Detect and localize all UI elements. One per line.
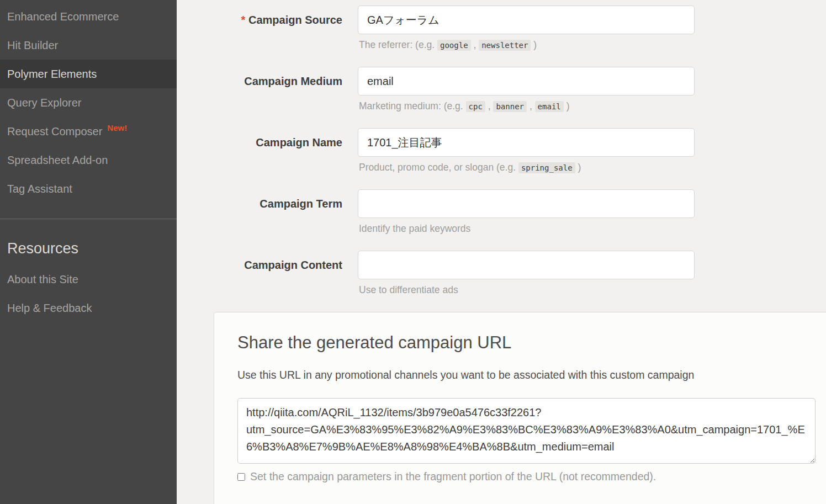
field-help: Product, promo code, or slogan (e.g. spr…: [359, 162, 695, 173]
nav-item-label: Query Explorer: [7, 97, 82, 109]
resources-nav: About this SiteHelp & Feedback: [0, 265, 177, 322]
field-column: Use to differentiate ads: [358, 251, 695, 296]
fragment-checkbox-row: Set the campaign parameters in the fragm…: [237, 470, 823, 483]
nav-item-label: Request Composer: [7, 125, 102, 138]
code-chip: cpc: [466, 101, 485, 112]
field-label-text: Campaign Content: [244, 259, 342, 271]
sidebar: Enhanced EcommerceHit BuilderPolymer Ele…: [0, 0, 177, 504]
nav-item-label: Spreadsheet Add-on: [7, 154, 108, 167]
sidebar-item-request-composer[interactable]: Request ComposerNew!: [0, 117, 177, 146]
campaign-name-input[interactable]: [358, 128, 695, 157]
share-title: Share the generated campaign URL: [237, 333, 823, 353]
fragment-checkbox-label: Set the campaign parameters in the fragm…: [250, 470, 656, 483]
share-card: Share the generated campaign URL Use thi…: [214, 312, 826, 504]
code-chip: newsletter: [479, 40, 531, 51]
field-label: Campaign Term: [177, 189, 342, 235]
sidebar-item-help-feedback[interactable]: Help & Feedback: [0, 294, 177, 322]
field-column: The referrer: (e.g. google , newsletter …: [358, 6, 695, 51]
sidebar-item-polymer-elements[interactable]: Polymer Elements: [0, 60, 177, 88]
share-description: Use this URL in any promotional channels…: [237, 369, 823, 381]
field-label: Campaign Name: [177, 128, 342, 173]
field-column: Marketing medium: (e.g. cpc , banner , e…: [358, 67, 695, 112]
campaign-term-input[interactable]: [358, 189, 695, 218]
campaign-medium-row: Campaign Medium Marketing medium: (e.g. …: [177, 67, 826, 112]
field-label: Campaign Medium: [177, 67, 342, 112]
sidebar-item-query-explorer[interactable]: Query Explorer: [0, 88, 177, 117]
campaign-form: * Campaign Source The referrer: (e.g. go…: [177, 6, 826, 296]
field-label: * Campaign Source: [177, 6, 342, 51]
sidebar-item-hit-builder[interactable]: Hit Builder: [0, 31, 177, 60]
campaign-name-row: Campaign Name Product, promo code, or sl…: [177, 128, 826, 173]
sidebar-item-enhanced-ecommerce[interactable]: Enhanced Ecommerce: [0, 2, 177, 31]
sidebar-nav: Enhanced EcommerceHit BuilderPolymer Ele…: [0, 2, 177, 203]
generated-url-textarea[interactable]: [237, 398, 816, 464]
field-label: Campaign Content: [177, 251, 342, 296]
nav-item-label: About this Site: [7, 273, 78, 286]
required-asterisk: *: [241, 14, 248, 26]
campaign-content-row: Campaign Content Use to differentiate ad…: [177, 251, 826, 296]
field-help: Use to differentiate ads: [359, 284, 695, 296]
code-chip: google: [437, 40, 471, 51]
field-help: The referrer: (e.g. google , newsletter …: [359, 39, 695, 51]
fragment-checkbox[interactable]: [237, 473, 245, 481]
code-chip: email: [535, 101, 564, 112]
campaign-term-row: Campaign Term Identify the paid keywords: [177, 189, 826, 235]
new-badge: New!: [107, 123, 127, 132]
campaign-source-input[interactable]: [358, 6, 695, 34]
field-label-text: Campaign Medium: [244, 75, 342, 87]
field-column: Identify the paid keywords: [358, 189, 695, 235]
sidebar-item-tag-assistant[interactable]: Tag Assistant: [0, 174, 177, 203]
resources-heading: Resources: [0, 219, 177, 265]
code-chip: spring_sale: [518, 162, 575, 173]
nav-item-label: Help & Feedback: [7, 302, 92, 315]
campaign-source-row: * Campaign Source The referrer: (e.g. go…: [177, 6, 826, 51]
campaign-content-input[interactable]: [358, 251, 695, 279]
sidebar-item-about-this-site[interactable]: About this Site: [0, 265, 177, 294]
field-help: Marketing medium: (e.g. cpc , banner , e…: [359, 100, 695, 112]
field-column: Product, promo code, or slogan (e.g. spr…: [358, 128, 695, 173]
code-chip: banner: [493, 101, 527, 112]
nav-item-label: Tag Assistant: [7, 183, 72, 195]
field-label-text: Campaign Term: [260, 198, 342, 210]
nav-item-label: Hit Builder: [7, 39, 58, 52]
nav-item-label: Enhanced Ecommerce: [7, 10, 119, 23]
field-label-text: Campaign Source: [248, 14, 342, 26]
field-help: Identify the paid keywords: [359, 223, 695, 235]
sidebar-item-spreadsheet-add-on[interactable]: Spreadsheet Add-on: [0, 146, 177, 174]
main-content: * Campaign Source The referrer: (e.g. go…: [177, 0, 826, 504]
nav-item-label: Polymer Elements: [7, 68, 97, 81]
campaign-medium-input[interactable]: [358, 67, 695, 96]
field-label-text: Campaign Name: [256, 136, 342, 148]
